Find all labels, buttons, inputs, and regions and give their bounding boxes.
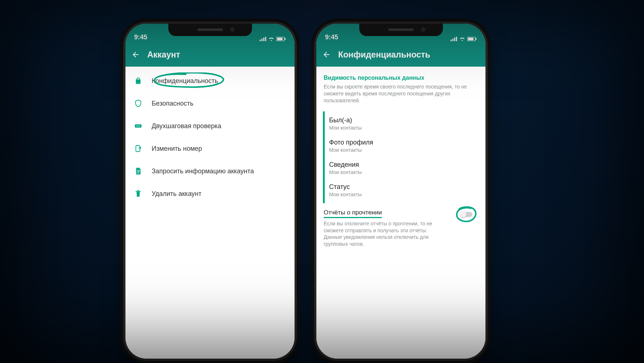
account-row-label: Удалить аккаунт xyxy=(152,190,201,198)
account-row-privacy[interactable]: Конфиденциальность xyxy=(125,70,295,92)
svg-rect-3 xyxy=(265,37,266,41)
svg-rect-16 xyxy=(452,39,453,41)
shield-icon xyxy=(133,99,143,108)
account-row-two-step[interactable]: Двухшаговая проверка xyxy=(125,115,295,137)
account-row-change-number[interactable]: Изменить номер xyxy=(125,137,295,160)
app-bar: Аккаунт xyxy=(125,43,295,67)
battery-icon xyxy=(467,37,477,41)
svg-rect-0 xyxy=(260,40,261,41)
annotation-circle-toggle xyxy=(455,206,477,223)
account-row-label: Двухшаговая проверка xyxy=(152,122,221,130)
read-receipts-toggle[interactable] xyxy=(460,211,472,218)
sim-swap-icon xyxy=(133,144,143,153)
battery-icon xyxy=(276,37,286,41)
account-row-request-info[interactable]: Запросить информацию аккаунта xyxy=(125,160,295,182)
svg-rect-14 xyxy=(137,173,139,173)
svg-rect-13 xyxy=(137,171,140,172)
status-time: 9:45 xyxy=(134,33,147,41)
account-row-security[interactable]: Безопасность xyxy=(125,92,295,115)
account-content: Конфиденциальность Безопасность Двухшаго… xyxy=(125,67,295,359)
wifi-icon xyxy=(268,37,274,41)
svg-rect-5 xyxy=(277,38,283,40)
privacy-row-status[interactable]: Статус Мои контакты xyxy=(325,179,479,202)
read-receipts-description: Если вы отключите отчёты о прочтении, то… xyxy=(324,220,440,248)
svg-rect-18 xyxy=(456,37,457,41)
svg-rect-20 xyxy=(468,38,473,40)
status-icons xyxy=(451,37,477,41)
account-row-label: Изменить номер xyxy=(152,145,202,153)
svg-rect-21 xyxy=(476,38,477,40)
svg-rect-2 xyxy=(263,38,264,41)
svg-rect-1 xyxy=(261,39,263,41)
svg-point-9 xyxy=(138,126,139,126)
privacy-row-sub: Мои контакты xyxy=(329,192,476,197)
privacy-row-sub: Мои контакты xyxy=(329,169,476,175)
svg-rect-11 xyxy=(136,146,140,152)
dots-icon xyxy=(133,121,143,131)
account-row-label: Запросить информацию аккаунта xyxy=(152,167,254,175)
svg-point-8 xyxy=(136,126,137,126)
privacy-row-about[interactable]: Сведения Мои контакты xyxy=(325,157,479,179)
document-icon xyxy=(133,166,143,176)
phone-notch xyxy=(359,24,443,36)
privacy-group-annotation: Был(-а) Мои контакты Фото профиля Мои ко… xyxy=(323,111,479,203)
status-icons xyxy=(260,37,286,41)
signal-icon xyxy=(260,37,266,41)
signal-icon xyxy=(451,37,457,41)
trash-icon xyxy=(133,189,143,198)
account-row-delete[interactable]: Удалить аккаунт xyxy=(125,182,295,205)
read-receipts-row[interactable]: Отчёты о прочтении Если вы отключите отч… xyxy=(316,208,485,251)
account-row-label: Конфиденциальность xyxy=(152,77,218,85)
privacy-row-title: Фото профиля xyxy=(329,139,476,146)
lock-icon xyxy=(133,76,143,86)
svg-rect-6 xyxy=(285,38,286,40)
svg-rect-17 xyxy=(454,38,455,41)
privacy-row-sub: Мои контакты xyxy=(329,147,476,153)
privacy-row-title: Статус xyxy=(329,183,476,191)
section-title: Видимость персональных данных xyxy=(316,70,485,83)
account-row-label: Безопасность xyxy=(152,100,193,107)
read-receipts-title: Отчёты о прочтении xyxy=(324,209,382,218)
page-title: Конфиденциальность xyxy=(338,50,430,60)
svg-rect-15 xyxy=(451,40,452,41)
phone-account: 9:45 Аккаунт Конфиденциальность xyxy=(125,24,295,359)
privacy-content: Видимость персональных данных Если вы ск… xyxy=(316,67,485,359)
privacy-row-profile-photo[interactable]: Фото профиля Мои контакты xyxy=(325,135,479,157)
privacy-row-title: Был(-а) xyxy=(329,117,476,124)
svg-rect-12 xyxy=(137,170,140,170)
wifi-icon xyxy=(459,37,465,41)
status-time: 9:45 xyxy=(325,33,338,41)
privacy-row-sub: Мои контакты xyxy=(329,125,476,131)
back-button[interactable] xyxy=(322,50,331,59)
svg-point-10 xyxy=(139,126,140,126)
page-title: Аккаунт xyxy=(147,50,180,60)
phone-privacy: 9:45 Конфиденциальность Видимость персон… xyxy=(316,24,485,359)
privacy-row-title: Сведения xyxy=(329,161,476,169)
privacy-row-last-seen[interactable]: Был(-а) Мои контакты xyxy=(325,113,479,135)
back-button[interactable] xyxy=(131,50,140,59)
section-description: Если вы скроете время своего последнего … xyxy=(316,83,485,108)
app-bar: Конфиденциальность xyxy=(316,43,485,67)
phone-notch xyxy=(168,24,252,36)
